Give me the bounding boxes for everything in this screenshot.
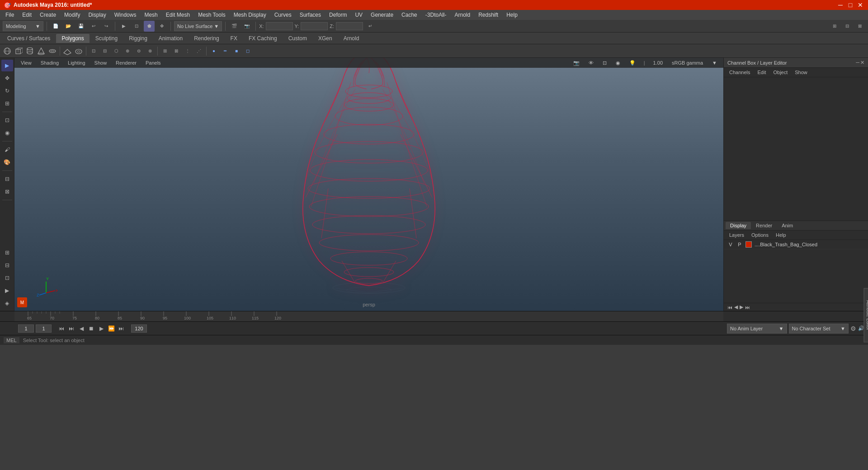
poly-disk-button[interactable] [73,46,84,56]
menu-mesh-display[interactable]: Mesh Display [230,11,270,19]
merge-to-center-button[interactable]: ⊠ [171,46,182,56]
select-face-button[interactable]: ■ [231,46,242,56]
character-set-dropdown[interactable]: No Character Set ▼ [789,324,849,334]
vt-smooth-icon[interactable]: ◉ [613,60,623,66]
tab-custom[interactable]: Custom [283,34,312,43]
maximize-button[interactable]: □ [846,1,854,9]
lasso-select-button[interactable]: ⊡ [131,21,142,32]
quick-sel-lt[interactable]: ⊟ [1,173,13,185]
brt-display[interactable]: Display [726,222,751,229]
tab-fx-caching[interactable]: FX Caching [243,34,283,43]
enter-transform-button[interactable]: ↵ [365,21,376,32]
cb-object[interactable]: Object [771,69,789,76]
layer-next-button[interactable]: ▶ [740,304,743,310]
menu-arnold[interactable]: Arnold [451,11,474,19]
cb-show[interactable]: Show [793,69,809,76]
pb-prev-frame[interactable]: ⏭ [67,324,76,333]
boolean-diff-button[interactable]: ⊖ [133,46,144,56]
no-live-surface-button[interactable]: No Live Surface ▼ [174,21,222,31]
select-edge-button[interactable]: ━ [220,46,231,56]
pb-go-start[interactable]: ⏮ [57,324,66,333]
layers-nav-layers[interactable]: Layers [727,231,746,239]
pb-go-end[interactable]: ⏭ [117,324,126,333]
pb-stop[interactable]: ⏹ [87,324,96,333]
tab-fx[interactable]: FX [225,34,243,43]
menu-curves[interactable]: Curves [271,11,295,19]
current-frame-input[interactable] [36,324,52,333]
menu-edit[interactable]: Edit [19,11,35,19]
menu-surfaces[interactable]: Surfaces [296,11,325,19]
select-tool-button[interactable]: ▶ [118,21,129,32]
menu-3dtoall[interactable]: -3DtoAll- [422,11,450,19]
workspace-dropdown[interactable]: Modeling ▼ [3,21,43,31]
vt-hide-icon[interactable]: 👁 [586,60,596,66]
timeline-ruler[interactable]: 65 70 75 80 85 90 95 100 105 110 [14,311,723,321]
render-button[interactable]: 🎬 [229,21,240,32]
attribute-editor-tab[interactable]: Attribute Editor [864,288,868,343]
minimize-button[interactable]: ─ [836,1,844,9]
merge-button[interactable]: ⊞ [160,46,170,56]
boolean-intersect-button[interactable]: ⊗ [145,46,156,56]
close-button[interactable]: ✕ [856,1,864,9]
panel-close-button[interactable]: ✕ [860,60,864,66]
poly-cylinder-button[interactable] [24,46,35,56]
menu-mesh[interactable]: Mesh [141,11,161,19]
panel-minimize-button[interactable]: ─ [856,60,859,66]
menu-cache[interactable]: Cache [398,11,421,19]
tab-rendering[interactable]: Rendering [189,34,224,43]
ipr-button[interactable]: 📷 [241,21,252,32]
tab-xgen[interactable]: XGen [313,34,338,43]
open-scene-button[interactable]: 📂 [63,21,74,32]
brt-anim[interactable]: Anim [777,222,797,229]
vt-shading[interactable]: Shading [38,60,61,66]
viewport-icon[interactable]: ⊡ [1,272,13,284]
title-controls[interactable]: ─ □ ✕ [836,1,864,9]
paint-select-button[interactable]: ⬟ [144,21,155,32]
vt-renderer[interactable]: Renderer [113,60,139,66]
cb-edit[interactable]: Edit [755,69,768,76]
layers-nav-help[interactable]: Help [774,231,788,239]
artisan-lt[interactable]: 🎨 [1,156,13,168]
layer-color-swatch[interactable] [745,241,752,248]
pb-play-forward[interactable]: ▶ [97,324,106,333]
vt-gamma-chevron[interactable]: ▼ [709,60,720,66]
range-end-input[interactable] [131,324,147,333]
layer-v[interactable]: V [727,242,734,247]
anim-layer-dropdown[interactable]: No Anim Layer ▼ [727,324,787,334]
poly-cone-button[interactable] [36,46,47,56]
start-frame-input[interactable] [18,324,34,333]
anim-icon[interactable]: ▶ [1,285,13,296]
vt-gamma-label[interactable]: sRGB gamma [669,60,706,66]
extrude-button[interactable]: ⊡ [88,46,99,56]
menu-create[interactable]: Create [36,11,60,19]
save-scene-button[interactable]: 💾 [75,21,86,32]
undo-button[interactable]: ↩ [88,21,99,32]
y-input[interactable] [301,22,328,30]
select-uvs-button[interactable]: ◻ [242,46,253,56]
redo-button[interactable]: ↪ [101,21,112,32]
menu-mesh-tools[interactable]: Mesh Tools [194,11,229,19]
deform-icon[interactable]: ◈ [1,297,13,309]
scale-tool-lt[interactable]: ⊞ [1,98,13,109]
tab-polygons[interactable]: Polygons [56,34,89,43]
bevel-button[interactable]: ⬡ [111,46,122,56]
vt-view[interactable]: View [18,60,34,66]
tab-sculpting[interactable]: Sculpting [90,34,123,43]
menu-redshift[interactable]: Redshift [475,11,502,19]
move-tool-lt[interactable]: ✥ [1,72,13,84]
move-tool-button[interactable]: ✥ [156,21,167,32]
poly-torus-button[interactable] [47,46,58,56]
layer-prev-button[interactable]: ◀ [734,304,738,310]
menu-help[interactable]: Help [503,11,521,19]
vt-panels[interactable]: Panels [143,60,164,66]
select-tool-lt[interactable]: ▶ [1,60,13,71]
layer-back-button[interactable]: ⏮ [727,305,732,310]
vt-lighting[interactable]: Lighting [65,60,88,66]
vt-show[interactable]: Show [92,60,110,66]
menu-edit-mesh[interactable]: Edit Mesh [162,11,193,19]
cb-channels[interactable]: Channels [727,69,752,76]
soft-select-lt[interactable]: ◉ [1,127,13,139]
select-vertex-button[interactable]: ● [208,46,219,56]
tab-arnold[interactable]: Arnold [338,34,365,43]
collapse-button[interactable]: ⋮ [182,46,193,56]
